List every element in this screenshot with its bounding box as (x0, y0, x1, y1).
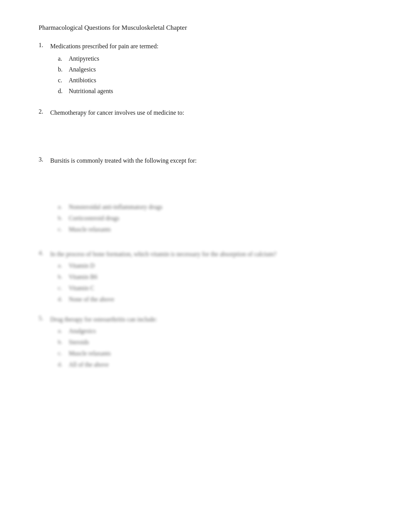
blurred-answer-3b-letter: b. (58, 214, 69, 223)
question-2-number: 2. (39, 108, 50, 115)
question-1-number: 1. (39, 42, 50, 49)
answer-1b: b. Analgesics (58, 65, 379, 74)
answer-1d-letter: d. (58, 87, 69, 96)
question-3-blurred-answers: a. Nonsteroidal anti-inflammatory drugs … (58, 202, 379, 234)
question-4-blurred: 4. In the process of bone formation, whi… (39, 250, 379, 304)
question-5-blurred: 5. Drug therapy for osteoarthritis can i… (39, 315, 379, 369)
blurred-answer-3b-text: Corticosteroid drugs (69, 214, 119, 223)
answer-1b-text: Analgesics (69, 65, 96, 74)
question-5-number: 5. (39, 315, 50, 322)
blurred-answer-3a-text: Nonsteroidal anti-inflammatory drugs (69, 202, 163, 212)
question-1: 1. Medications prescribed for pain are t… (39, 42, 379, 96)
question-3-number: 3. (39, 156, 50, 163)
question-3-text: Bursitis is commonly treated with the fo… (50, 156, 197, 165)
answer-1b-letter: b. (58, 65, 69, 74)
question-1-header: 1. Medications prescribed for pain are t… (39, 42, 379, 51)
question-5-header: 5. Drug therapy for osteoarthritis can i… (39, 315, 379, 324)
blurred-answer-4d: d. None of the above (58, 295, 379, 304)
question-5-text: Drug therapy for osteoarthritis can incl… (50, 315, 157, 324)
answer-1c-text: Antibiotics (69, 76, 96, 85)
question-2-text: Chemotherapy for cancer involves use of … (50, 108, 184, 117)
answer-1c-letter: c. (58, 76, 69, 85)
blurred-answer-5a: a. Analgesics (58, 326, 379, 336)
blurred-answer-4b: b. Vitamin B6 (58, 272, 379, 282)
question-3-header: 3. Bursitis is commonly treated with the… (39, 156, 379, 165)
blurred-answer-3a-letter: a. (58, 202, 69, 211)
question-3: 3. Bursitis is commonly treated with the… (39, 156, 379, 234)
blurred-answer-3a: a. Nonsteroidal anti-inflammatory drugs (58, 202, 379, 212)
question-4-header: 4. In the process of bone formation, whi… (39, 250, 379, 259)
blurred-answer-3b: b. Corticosteroid drugs (58, 214, 379, 223)
blurred-answer-3c-text: Muscle relaxants (69, 225, 111, 234)
blurred-answer-3c-letter: c. (58, 225, 69, 234)
question-2-header: 2. Chemotherapy for cancer involves use … (39, 108, 379, 117)
answer-1d-text: Nutritional agents (69, 87, 113, 96)
answer-1c: c. Antibiotics (58, 76, 379, 85)
blurred-answer-5b: b. Steroids (58, 338, 379, 347)
question-list: 1. Medications prescribed for pain are t… (39, 42, 379, 369)
answer-1a-text: Antipyretics (69, 54, 99, 63)
question-4-number: 4. (39, 250, 50, 257)
blurred-answer-5d: d. All of the above (58, 360, 379, 369)
blurred-answer-4c: c. Vitamin C (58, 284, 379, 293)
question-1-text: Medications prescribed for pain are term… (50, 42, 158, 51)
question-2: 2. Chemotherapy for cancer involves use … (39, 108, 379, 117)
blurred-answer-5c: c. Muscle relaxants (58, 349, 379, 358)
blurred-answer-3c: c. Muscle relaxants (58, 225, 379, 234)
answer-1a-letter: a. (58, 54, 69, 63)
answer-1a: a. Antipyretics (58, 54, 379, 63)
answer-1d: d. Nutritional agents (58, 87, 379, 96)
page-title: Pharmacological Questions for Musculoske… (39, 23, 379, 32)
blurred-answer-4a: a. Vitamin D (58, 261, 379, 270)
question-1-answers: a. Antipyretics b. Analgesics c. Antibio… (58, 54, 379, 96)
question-4-text: In the process of bone formation, which … (50, 250, 276, 259)
